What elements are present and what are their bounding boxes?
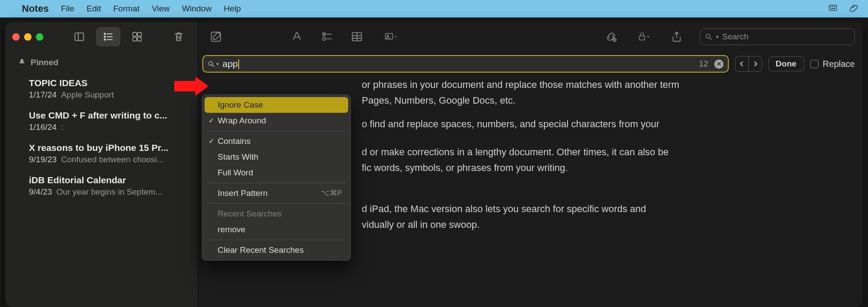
svg-rect-2 bbox=[832, 6, 833, 7]
search-icon bbox=[705, 33, 713, 41]
dd-starts-with[interactable]: Starts With bbox=[205, 149, 348, 165]
gallery-view-button[interactable] bbox=[125, 27, 149, 46]
annotation-arrow-icon bbox=[174, 77, 208, 98]
notes-window: Pinned TOPIC IDEAS 1/17/24Apple Support … bbox=[5, 22, 863, 307]
close-window-button[interactable] bbox=[12, 33, 20, 41]
find-bar: ▾ app 12 ✕ Done Replace bbox=[198, 52, 863, 75]
new-note-button[interactable] bbox=[206, 28, 226, 45]
note-preview: : bbox=[61, 122, 63, 132]
svg-rect-14 bbox=[138, 32, 141, 36]
find-input-field[interactable]: ▾ app 12 ✕ bbox=[202, 55, 729, 73]
clear-find-button[interactable]: ✕ bbox=[714, 59, 723, 69]
svg-line-38 bbox=[212, 65, 214, 66]
table-button[interactable] bbox=[347, 28, 367, 45]
find-next-button[interactable] bbox=[748, 56, 762, 71]
note-item[interactable]: iDB Editorial Calendar 9/4/23Our year be… bbox=[5, 170, 198, 202]
svg-rect-16 bbox=[138, 37, 141, 41]
editor-toolbar: ▾ Search bbox=[198, 22, 863, 52]
keyboard-viewer-icon[interactable] bbox=[829, 3, 837, 14]
find-nav-buttons bbox=[735, 56, 762, 72]
dd-full-word[interactable]: Full Word bbox=[205, 165, 348, 181]
note-item[interactable]: TOPIC IDEAS 1/17/24Apple Support bbox=[5, 73, 198, 105]
note-title: TOPIC IDEAS bbox=[29, 78, 188, 88]
dd-clear-recent[interactable]: Clear Recent Searches bbox=[205, 242, 348, 258]
svg-rect-3 bbox=[834, 6, 836, 7]
menu-help[interactable]: Help bbox=[224, 4, 241, 14]
zoom-window-button[interactable] bbox=[36, 33, 43, 41]
replace-checkbox[interactable] bbox=[810, 60, 819, 68]
menu-window[interactable]: Window bbox=[182, 4, 212, 14]
note-date: 1/16/24 bbox=[29, 122, 56, 132]
format-text-button[interactable] bbox=[287, 28, 307, 45]
pinned-label: Pinned bbox=[31, 58, 58, 67]
menu-format[interactable]: Format bbox=[113, 4, 140, 14]
checklist-button[interactable] bbox=[317, 28, 337, 45]
find-input-value: app bbox=[222, 59, 695, 69]
dd-insert-pattern-keys: ⌥⌘P bbox=[321, 188, 342, 198]
svg-line-36 bbox=[709, 38, 712, 40]
svg-rect-4 bbox=[831, 8, 835, 9]
note-item[interactable]: Use CMD + F after writing to c... 1/16/2… bbox=[5, 105, 198, 137]
find-prev-button[interactable] bbox=[735, 56, 748, 71]
app-menu[interactable]: Notes bbox=[22, 3, 49, 14]
note-item[interactable]: X reasons to buy iPhone 15 Pr... 9/19/23… bbox=[5, 137, 198, 170]
menu-edit[interactable]: Edit bbox=[87, 4, 101, 14]
svg-point-9 bbox=[104, 36, 106, 37]
note-date: 9/4/23 bbox=[29, 187, 52, 196]
dd-wrap-around[interactable]: ✓Wrap Around bbox=[205, 113, 348, 129]
dd-recent-item[interactable]: remove bbox=[205, 222, 348, 237]
note-date: 1/17/24 bbox=[29, 90, 56, 99]
traffic-lights bbox=[12, 33, 43, 41]
svg-point-35 bbox=[706, 34, 710, 38]
minimize-window-button[interactable] bbox=[24, 33, 32, 41]
svg-rect-15 bbox=[133, 37, 137, 41]
svg-rect-0 bbox=[829, 5, 837, 10]
svg-point-11 bbox=[104, 39, 106, 40]
menu-view[interactable]: View bbox=[152, 4, 170, 14]
pinned-section-header: Pinned bbox=[5, 52, 198, 70]
svg-point-37 bbox=[209, 61, 213, 65]
note-title: iDB Editorial Calendar bbox=[29, 175, 188, 185]
note-preview: Confused between choosi... bbox=[61, 155, 164, 164]
note-preview: Apple Support bbox=[61, 90, 113, 99]
link-note-button[interactable] bbox=[601, 28, 621, 45]
svg-marker-19 bbox=[174, 77, 208, 96]
find-options-dropdown: Ignore Case ✓Wrap Around ✓Contains Start… bbox=[202, 94, 351, 261]
note-title: X reasons to buy iPhone 15 Pr... bbox=[29, 143, 188, 153]
editor-pane: ▾ Search ▾ app 12 ✕ bbox=[198, 22, 863, 307]
dd-recent-label: Recent Searches bbox=[205, 206, 348, 222]
toolbar-search-field[interactable]: ▾ Search bbox=[700, 28, 855, 45]
list-view-button[interactable] bbox=[96, 27, 120, 46]
pin-icon bbox=[18, 59, 25, 66]
svg-rect-1 bbox=[830, 6, 832, 7]
svg-rect-5 bbox=[75, 33, 84, 40]
svg-rect-13 bbox=[133, 32, 137, 36]
find-search-icon[interactable]: ▾ bbox=[208, 60, 219, 68]
find-match-count: 12 bbox=[699, 59, 708, 69]
sidebar-toolbar bbox=[5, 22, 198, 52]
dd-ignore-case[interactable]: Ignore Case bbox=[205, 97, 348, 113]
note-date: 9/19/23 bbox=[29, 155, 56, 164]
toggle-sidebar-button[interactable] bbox=[67, 27, 92, 46]
dd-insert-pattern[interactable]: Insert Pattern ⌥⌘P bbox=[205, 185, 348, 201]
sidebar: Pinned TOPIC IDEAS 1/17/24Apple Support … bbox=[5, 22, 198, 307]
paperclip-icon[interactable] bbox=[850, 3, 858, 14]
media-button[interactable] bbox=[377, 28, 405, 45]
macos-menubar: Notes File Edit Format View Window Help bbox=[0, 0, 868, 17]
svg-point-7 bbox=[104, 33, 106, 35]
delete-note-button[interactable] bbox=[166, 27, 191, 46]
note-title: Use CMD + F after writing to c... bbox=[29, 110, 188, 121]
svg-rect-34 bbox=[639, 36, 645, 40]
dd-contains[interactable]: ✓Contains bbox=[205, 133, 348, 149]
note-preview: Our year begins in Septem... bbox=[56, 187, 162, 196]
replace-toggle[interactable]: Replace bbox=[810, 59, 855, 69]
svg-point-23 bbox=[323, 37, 326, 40]
replace-label: Replace bbox=[823, 59, 855, 69]
lock-note-button[interactable] bbox=[631, 28, 657, 45]
menu-file[interactable]: File bbox=[61, 4, 74, 14]
toolbar-search-placeholder: Search bbox=[722, 32, 748, 42]
find-done-button[interactable]: Done bbox=[768, 56, 804, 71]
share-button[interactable] bbox=[667, 28, 687, 45]
